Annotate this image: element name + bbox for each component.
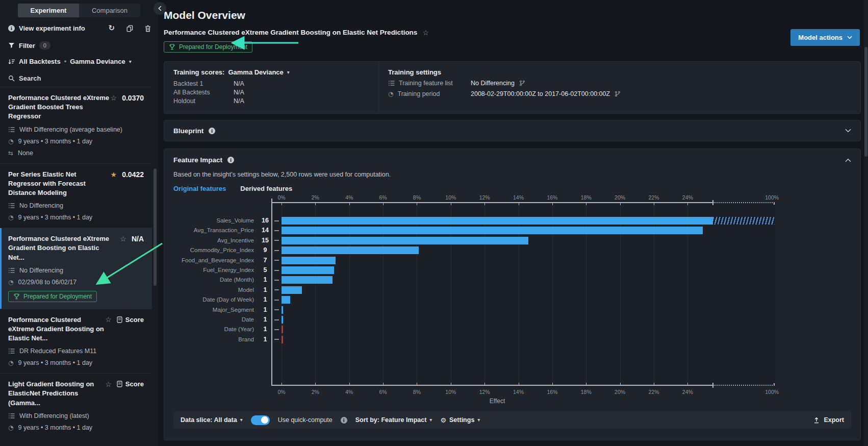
feature-label: Brand <box>173 336 254 343</box>
info-icon[interactable] <box>341 417 347 424</box>
model-card[interactable]: Performance Clustered eXtreme Gradient B… <box>0 87 152 163</box>
score-icon <box>117 316 122 323</box>
axis-tick <box>552 383 553 385</box>
axis-tick <box>654 383 654 385</box>
star-icon[interactable]: ☆ <box>120 235 126 242</box>
axis-tick-label: 14% <box>513 389 524 395</box>
filter-row[interactable]: Filter 0 <box>8 41 151 49</box>
list-icon <box>8 413 15 419</box>
tab-original-features[interactable]: Original features <box>173 185 226 192</box>
model-meta-row: No Differencing <box>8 202 144 209</box>
tab-experiment[interactable]: Experiment <box>18 4 79 17</box>
model-card[interactable]: Performance Clustered eXtreme Gradient B… <box>0 309 152 374</box>
impact-bar[interactable] <box>282 237 528 244</box>
app-window: Experiment Comparison View experiment in… <box>0 0 868 446</box>
model-card[interactable]: Performance Clustered eXtreme Gradient B… <box>0 228 152 309</box>
row-tick <box>274 220 279 221</box>
impact-bar[interactable] <box>282 296 290 304</box>
row-tick <box>274 230 279 231</box>
axis-tick <box>552 203 553 205</box>
star-icon[interactable]: ☆ <box>105 381 112 388</box>
quick-compute-toggle[interactable] <box>251 415 270 425</box>
delete-icon[interactable] <box>145 25 151 32</box>
impact-bar[interactable] <box>282 306 283 314</box>
model-card-score-area: ☆Score <box>105 315 144 324</box>
impact-bar-hatched-segment[interactable] <box>713 217 775 225</box>
model-meta-text: 9 years • 3 months • 1 day <box>18 138 92 145</box>
training-scores-metric[interactable]: Gamma Deviance <box>228 68 283 76</box>
branch-icon[interactable] <box>519 80 525 86</box>
model-card-score-area: ★0.0422 <box>111 170 144 179</box>
row-tick <box>274 270 279 271</box>
search-row[interactable]: Search <box>8 75 151 82</box>
compute-score-button[interactable]: Score <box>117 316 144 324</box>
axis-tick <box>349 203 350 205</box>
feature-label: Fuel_Energy_Index <box>173 266 254 274</box>
model-meta-row: ◔9 years • 3 months • 1 day <box>8 214 144 221</box>
tab-comparison[interactable]: Comparison <box>79 4 140 17</box>
copy-icon[interactable] <box>126 25 133 32</box>
impact-bar[interactable] <box>282 246 419 254</box>
collapse-sidebar-button[interactable] <box>154 2 166 15</box>
impact-bar[interactable] <box>282 276 333 284</box>
export-button[interactable]: Export <box>813 416 844 424</box>
axis-tick-label: 20% <box>615 389 625 395</box>
score-row-label: Backtest 1 <box>173 80 234 87</box>
score-row-value: N/A <box>234 80 369 87</box>
impact-bar[interactable] <box>282 316 283 324</box>
model-score: N/A <box>132 235 144 243</box>
trophy-icon <box>169 44 175 50</box>
score-button-label: Score <box>125 380 144 388</box>
blueprint-panel[interactable]: Blueprint <box>164 120 861 141</box>
export-label: Export <box>824 416 844 424</box>
sidebar-scrollbar[interactable] <box>154 168 157 286</box>
page-scrollbar-thumb[interactable] <box>864 47 867 157</box>
refresh-icon[interactable]: ↻ <box>108 24 115 32</box>
score-button-label: Score <box>125 316 144 324</box>
model-meta-row: ◔9 years • 3 months • 1 day <box>8 424 144 431</box>
model-card-score-area: ☆0.0370 <box>111 93 144 102</box>
training-panel: Training scores: Gamma Deviance ▾ Backte… <box>164 61 861 114</box>
sort-row[interactable]: All Backtests • Gamma Deviance ▾ <box>8 58 151 65</box>
collapse-chevron-icon[interactable] <box>845 158 851 162</box>
impact-bar[interactable] <box>282 257 336 264</box>
axis-tick <box>383 383 384 385</box>
feature-label: Date (Month) <box>173 276 254 284</box>
list-icon <box>8 267 15 274</box>
experiment-info-row: View experiment info ↻ <box>8 24 151 32</box>
axis-break-tick <box>712 383 713 388</box>
impact-bar[interactable] <box>282 266 334 274</box>
impact-bar[interactable] <box>282 217 713 225</box>
model-actions-button[interactable]: Model actions <box>790 29 860 46</box>
deployment-badge: Prepared for Deployment <box>8 291 97 302</box>
model-meta-text: No Differencing <box>19 202 63 209</box>
row-tick <box>274 250 279 251</box>
axis-tick-label: 22% <box>648 194 659 201</box>
model-meta-row: ◔02/29/08 to 06/02/17 <box>8 279 144 286</box>
axis-tick <box>519 383 519 385</box>
star-icon[interactable]: ☆ <box>111 94 117 102</box>
star-icon[interactable]: ★ <box>111 171 117 178</box>
info-icon[interactable] <box>209 128 215 134</box>
gear-icon: ⚙ <box>440 417 446 424</box>
impact-bar[interactable] <box>282 336 283 343</box>
settings-dropdown[interactable]: ⚙ Settings ▾ <box>440 416 480 424</box>
data-slice-dropdown[interactable]: Data slice: All data ▾ <box>181 416 243 424</box>
model-card[interactable]: Light Gradient Boosting on ElasticNet Pr… <box>0 373 152 438</box>
impact-bar[interactable] <box>282 286 302 294</box>
info-icon[interactable] <box>227 157 234 163</box>
feature-label: Avg_Transaction_Price <box>173 227 254 234</box>
branch-icon[interactable] <box>615 91 621 97</box>
impact-bar[interactable] <box>282 326 283 333</box>
model-card[interactable]: Per Series Elastic Net Regressor with Fo… <box>0 163 152 228</box>
feature-count: 1 <box>257 296 273 304</box>
star-icon[interactable]: ☆ <box>105 316 112 323</box>
star-icon[interactable]: ☆ <box>422 29 429 36</box>
view-experiment-info-link[interactable]: View experiment info <box>19 24 85 32</box>
sort-by-dropdown[interactable]: Sort by: Feature Impact ▾ <box>355 416 432 424</box>
expand-chevron-icon[interactable] <box>845 129 851 133</box>
tab-derived-features[interactable]: Derived features <box>240 185 292 192</box>
impact-bar[interactable] <box>282 227 703 234</box>
training-settings-title: Training settings <box>388 68 441 76</box>
compute-score-button[interactable]: Score <box>117 380 144 388</box>
